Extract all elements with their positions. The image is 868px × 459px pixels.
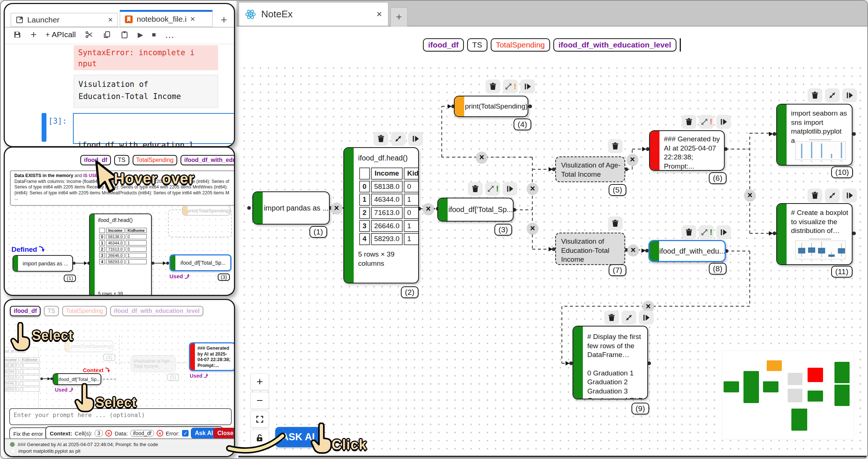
run-from-node-button[interactable] — [520, 80, 535, 93]
mini-node-6[interactable]: ### Generated by AI at 2025-04-07 22:28:… — [189, 342, 235, 371]
node-badge: (1) — [64, 275, 76, 282]
stop-kernel-button[interactable]: ■ — [152, 31, 156, 39]
zoom-out-button[interactable]: − — [251, 392, 269, 409]
delete-node-button[interactable] — [604, 311, 619, 325]
disconnect-icon[interactable]: × — [744, 190, 756, 201]
pill-ifood-df[interactable]: ifood_df — [423, 38, 464, 52]
graph-node-6[interactable]: ### Generated by AI at 2025-04-07 22:28:… — [649, 130, 725, 171]
delete-node-button[interactable] — [682, 225, 696, 239]
delete-node-button[interactable] — [608, 216, 623, 230]
pill-ts[interactable]: TS — [44, 306, 59, 316]
mini-edge — [103, 379, 116, 379]
disconnect-icon[interactable]: × — [423, 203, 434, 215]
save-button[interactable] — [13, 30, 22, 39]
markdown-cell[interactable]: Visulization ofEducation-Total Income — [74, 75, 218, 108]
pill-totalspending[interactable]: TotalSpending — [62, 306, 107, 316]
copy-cell-button[interactable] — [102, 30, 111, 39]
mini-node-1[interactable]: import pandas as ... — [13, 255, 73, 272]
tab-notebook-file[interactable]: notebook_file.i × — [120, 10, 213, 27]
run-from-node-button[interactable] — [503, 182, 517, 196]
collapse-node-button[interactable] — [391, 132, 406, 146]
collapse-node-button[interactable] — [825, 188, 840, 202]
tab-launcher[interactable]: Launcher × — [11, 13, 118, 27]
paste-cell-button[interactable] — [120, 30, 129, 39]
graph-node-11[interactable]: # Create a boxplot to visualize the dist… — [776, 203, 853, 265]
delete-node-button[interactable] — [486, 80, 500, 93]
atom-icon — [245, 9, 256, 20]
disconnect-icon[interactable]: × — [627, 154, 638, 165]
add-tab-button[interactable]: + — [221, 14, 227, 26]
disconnect-icon[interactable]: × — [527, 183, 538, 194]
delete-node-button[interactable] — [468, 182, 483, 196]
expand-node-button[interactable]: ! — [699, 225, 714, 239]
expand-node-button[interactable]: ! — [485, 182, 500, 196]
disconnect-icon[interactable]: × — [627, 244, 639, 256]
expand-node-button[interactable]: ! — [699, 115, 714, 129]
mini-edge — [40, 376, 53, 382]
delete-node-button[interactable] — [682, 115, 696, 129]
pill-ifood-df-with-education-level[interactable]: ifood_df_with_education_level — [181, 155, 235, 165]
run-from-node-button[interactable] — [716, 115, 731, 129]
add-cell-button[interactable]: + — [31, 29, 36, 40]
fit-view-button[interactable] — [251, 411, 269, 428]
graph-node-4[interactable]: print(TotalSpending) — [454, 96, 528, 117]
pill-ifood-df-selected[interactable]: ifood_df — [10, 306, 41, 316]
remove-cell-icon[interactable]: × — [105, 430, 112, 437]
node-badge: (9) — [631, 403, 649, 414]
pill-totalspending[interactable]: TotalSpending — [491, 38, 550, 52]
node-toolbar — [808, 88, 857, 102]
used-label: Used — [55, 387, 74, 393]
remove-data-icon[interactable]: × — [157, 430, 163, 437]
run-cell-button[interactable]: ▶ — [138, 31, 143, 39]
run-from-node-button[interactable] — [842, 88, 857, 102]
delete-node-button[interactable] — [608, 139, 623, 153]
delete-node-button[interactable] — [808, 88, 822, 102]
pill-totalspending[interactable]: TotalSpending — [133, 155, 177, 165]
pill-ts[interactable]: TS — [467, 38, 487, 52]
add-tab-button[interactable]: + — [391, 7, 407, 27]
graph-node-5[interactable]: Visulization of Age-Total Income — [555, 156, 625, 182]
code-cell[interactable]: ifood_df_with_education_l lambda x: 'PhD… — [73, 113, 235, 144]
delete-node-button[interactable] — [374, 132, 388, 146]
delete-node-button[interactable] — [808, 188, 822, 202]
minimap-node — [834, 385, 850, 406]
lock-button[interactable] — [251, 430, 269, 446]
api-call-button[interactable]: + APIcall — [45, 30, 76, 39]
run-from-node-button[interactable] — [716, 225, 731, 239]
cut-cell-button[interactable] — [85, 30, 94, 39]
graph-node-1[interactable]: import pandas as ... — [252, 191, 330, 225]
zoom-in-button[interactable]: + — [251, 373, 269, 390]
mini-node-3[interactable]: ifood_df['Total_Sp... — [169, 254, 231, 271]
prompt-input[interactable] — [10, 409, 231, 424]
tab-noteex[interactable]: NoteEx × — [239, 2, 388, 26]
pill-ifood-df-with-education-level[interactable]: ifood_df_with_education_level — [110, 306, 203, 316]
expand-node-button[interactable]: ! — [503, 80, 518, 93]
run-from-node-button[interactable] — [639, 311, 654, 325]
error-checkbox[interactable]: ✓ — [182, 430, 189, 437]
cell-chip: 3 — [95, 430, 103, 437]
graph-node-3[interactable]: ifood_df['Total_Sp... — [437, 198, 514, 222]
graph-node-2[interactable]: ifood_df.head() IncomeKidhome 058138.00 … — [343, 147, 419, 283]
more-actions-icon[interactable]: … — [165, 29, 175, 40]
mini-node-2[interactable]: ifood_df.head() IncomeKidhome 058138.00 … — [89, 213, 152, 296]
close-button[interactable]: Close — [213, 428, 235, 439]
disconnect-icon[interactable]: × — [331, 202, 342, 214]
disconnect-icon[interactable]: × — [476, 152, 487, 163]
run-from-node-button[interactable] — [842, 188, 857, 202]
close-icon[interactable]: × — [108, 15, 113, 25]
node-badge: (1) — [309, 226, 327, 238]
close-icon[interactable]: × — [190, 14, 195, 24]
node-status-bar — [777, 105, 787, 165]
collapse-node-button[interactable] — [825, 88, 840, 102]
graph-node-10[interactable]: import seaborn as sns import matplotlib.… — [776, 104, 853, 166]
graph-node-8[interactable]: ifood_df_with_edu... — [648, 240, 726, 262]
graph-node-7[interactable]: Visulization of Education-Total Income — [555, 233, 625, 265]
minimap[interactable] — [722, 350, 854, 439]
disconnect-icon[interactable]: × — [527, 223, 538, 234]
collapse-node-button[interactable] — [622, 311, 636, 325]
node-title: print(TotalSpending) — [455, 96, 528, 116]
close-icon[interactable]: × — [377, 8, 382, 20]
run-from-node-button[interactable] — [408, 132, 423, 146]
graph-node-9[interactable]: # Display the first few rows of the Data… — [573, 326, 648, 399]
pill-ifood-df-with-education-level[interactable]: ifood_df_with_education_level — [553, 38, 676, 52]
